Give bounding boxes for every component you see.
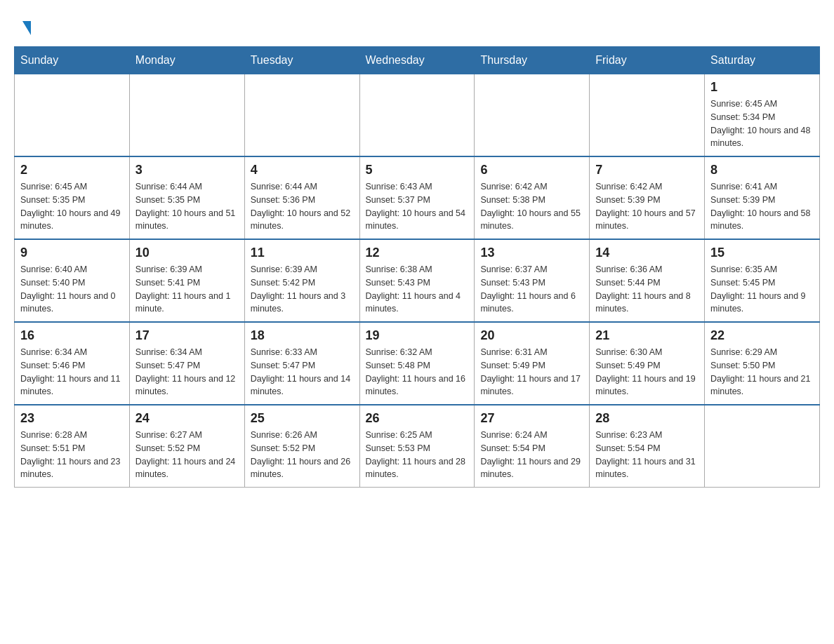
calendar-cell: 28Sunrise: 6:23 AMSunset: 5:54 PMDayligh… (590, 405, 705, 488)
calendar-cell (590, 74, 705, 157)
calendar-cell: 19Sunrise: 6:32 AMSunset: 5:48 PMDayligh… (359, 322, 475, 405)
day-number: 12 (366, 246, 469, 260)
calendar-cell: 17Sunrise: 6:34 AMSunset: 5:47 PMDayligh… (129, 322, 244, 405)
day-info: Sunrise: 6:35 AMSunset: 5:45 PMDaylight:… (710, 263, 814, 316)
day-info: Sunrise: 6:32 AMSunset: 5:48 PMDaylight:… (366, 346, 469, 398)
day-info: Sunrise: 6:34 AMSunset: 5:46 PMDaylight:… (20, 346, 124, 398)
calendar-cell: 23Sunrise: 6:28 AMSunset: 5:51 PMDayligh… (15, 405, 130, 488)
logo-triangle-icon (22, 21, 31, 35)
day-number: 10 (135, 246, 239, 260)
calendar-cell: 27Sunrise: 6:24 AMSunset: 5:54 PMDayligh… (475, 405, 590, 488)
day-number: 15 (710, 246, 814, 260)
day-number: 19 (366, 328, 469, 343)
calendar-cell: 8Sunrise: 6:41 AMSunset: 5:39 PMDaylight… (705, 156, 820, 239)
day-number: 9 (20, 246, 124, 260)
calendar-cell: 5Sunrise: 6:43 AMSunset: 5:37 PMDaylight… (359, 156, 475, 239)
calendar-cell: 22Sunrise: 6:29 AMSunset: 5:50 PMDayligh… (705, 322, 820, 405)
day-info: Sunrise: 6:38 AMSunset: 5:43 PMDaylight:… (366, 263, 469, 316)
calendar-week-row: 1Sunrise: 6:45 AMSunset: 5:34 PMDaylight… (15, 74, 820, 157)
page-header (14, 14, 820, 32)
day-info: Sunrise: 6:44 AMSunset: 5:35 PMDaylight:… (135, 180, 239, 233)
day-of-week-header: Sunday (15, 47, 130, 74)
calendar-cell (359, 74, 475, 157)
calendar-cell (705, 405, 820, 488)
calendar-cell: 6Sunrise: 6:42 AMSunset: 5:38 PMDaylight… (475, 156, 590, 239)
calendar-cell: 2Sunrise: 6:45 AMSunset: 5:35 PMDaylight… (15, 156, 130, 239)
day-of-week-header: Friday (590, 47, 705, 74)
day-info: Sunrise: 6:28 AMSunset: 5:51 PMDaylight:… (20, 429, 124, 481)
day-info: Sunrise: 6:39 AMSunset: 5:42 PMDaylight:… (251, 263, 354, 316)
day-info: Sunrise: 6:33 AMSunset: 5:47 PMDaylight:… (251, 346, 354, 398)
day-info: Sunrise: 6:42 AMSunset: 5:39 PMDaylight:… (595, 180, 699, 233)
day-number: 23 (20, 411, 124, 426)
day-info: Sunrise: 6:45 AMSunset: 5:34 PMDaylight:… (710, 98, 814, 150)
calendar-cell: 14Sunrise: 6:36 AMSunset: 5:44 PMDayligh… (590, 239, 705, 322)
day-of-week-header: Monday (129, 47, 244, 74)
calendar-cell (129, 74, 244, 157)
calendar-header-row: SundayMondayTuesdayWednesdayThursdayFrid… (15, 47, 820, 74)
calendar-cell: 18Sunrise: 6:33 AMSunset: 5:47 PMDayligh… (244, 322, 359, 405)
day-info: Sunrise: 6:31 AMSunset: 5:49 PMDaylight:… (480, 346, 583, 398)
day-info: Sunrise: 6:29 AMSunset: 5:50 PMDaylight:… (710, 346, 814, 398)
day-number: 2 (20, 163, 124, 177)
day-info: Sunrise: 6:23 AMSunset: 5:54 PMDaylight:… (595, 429, 699, 481)
day-number: 5 (366, 163, 469, 177)
day-info: Sunrise: 6:37 AMSunset: 5:43 PMDaylight:… (480, 263, 583, 316)
day-info: Sunrise: 6:43 AMSunset: 5:37 PMDaylight:… (366, 180, 469, 233)
day-number: 24 (135, 411, 239, 426)
day-number: 25 (251, 411, 354, 426)
day-of-week-header: Tuesday (244, 47, 359, 74)
day-of-week-header: Thursday (475, 47, 590, 74)
calendar-cell (475, 74, 590, 157)
day-number: 1 (710, 80, 814, 95)
day-info: Sunrise: 6:25 AMSunset: 5:53 PMDaylight:… (366, 429, 469, 481)
calendar-cell: 3Sunrise: 6:44 AMSunset: 5:35 PMDaylight… (129, 156, 244, 239)
calendar-cell: 11Sunrise: 6:39 AMSunset: 5:42 PMDayligh… (244, 239, 359, 322)
day-info: Sunrise: 6:45 AMSunset: 5:35 PMDaylight:… (20, 180, 124, 233)
day-number: 16 (20, 328, 124, 343)
calendar-cell: 13Sunrise: 6:37 AMSunset: 5:43 PMDayligh… (475, 239, 590, 322)
day-number: 22 (710, 328, 814, 343)
day-number: 14 (595, 246, 699, 260)
day-number: 4 (251, 163, 354, 177)
day-number: 21 (595, 328, 699, 343)
calendar-cell: 7Sunrise: 6:42 AMSunset: 5:39 PMDaylight… (590, 156, 705, 239)
calendar-cell (244, 74, 359, 157)
day-number: 13 (480, 246, 583, 260)
calendar-week-row: 9Sunrise: 6:40 AMSunset: 5:40 PMDaylight… (15, 239, 820, 322)
calendar-cell: 26Sunrise: 6:25 AMSunset: 5:53 PMDayligh… (359, 405, 475, 488)
day-info: Sunrise: 6:44 AMSunset: 5:36 PMDaylight:… (251, 180, 354, 233)
calendar-cell: 25Sunrise: 6:26 AMSunset: 5:52 PMDayligh… (244, 405, 359, 488)
logo (21, 21, 31, 32)
calendar-week-row: 23Sunrise: 6:28 AMSunset: 5:51 PMDayligh… (15, 405, 820, 488)
day-info: Sunrise: 6:26 AMSunset: 5:52 PMDaylight:… (251, 429, 354, 481)
day-info: Sunrise: 6:27 AMSunset: 5:52 PMDaylight:… (135, 429, 239, 481)
day-number: 27 (480, 411, 583, 426)
day-of-week-header: Wednesday (359, 47, 475, 74)
day-number: 17 (135, 328, 239, 343)
day-info: Sunrise: 6:30 AMSunset: 5:49 PMDaylight:… (595, 346, 699, 398)
calendar-cell: 16Sunrise: 6:34 AMSunset: 5:46 PMDayligh… (15, 322, 130, 405)
calendar-cell: 15Sunrise: 6:35 AMSunset: 5:45 PMDayligh… (705, 239, 820, 322)
calendar-cell: 10Sunrise: 6:39 AMSunset: 5:41 PMDayligh… (129, 239, 244, 322)
day-number: 3 (135, 163, 239, 177)
calendar-cell: 24Sunrise: 6:27 AMSunset: 5:52 PMDayligh… (129, 405, 244, 488)
day-info: Sunrise: 6:36 AMSunset: 5:44 PMDaylight:… (595, 263, 699, 316)
calendar-table: SundayMondayTuesdayWednesdayThursdayFrid… (14, 46, 820, 488)
calendar-week-row: 2Sunrise: 6:45 AMSunset: 5:35 PMDaylight… (15, 156, 820, 239)
day-number: 6 (480, 163, 583, 177)
day-number: 8 (710, 163, 814, 177)
day-number: 18 (251, 328, 354, 343)
day-number: 7 (595, 163, 699, 177)
calendar-cell: 1Sunrise: 6:45 AMSunset: 5:34 PMDaylight… (705, 74, 820, 157)
day-info: Sunrise: 6:34 AMSunset: 5:47 PMDaylight:… (135, 346, 239, 398)
day-of-week-header: Saturday (705, 47, 820, 74)
day-number: 11 (251, 246, 354, 260)
calendar-cell (15, 74, 130, 157)
calendar-cell: 21Sunrise: 6:30 AMSunset: 5:49 PMDayligh… (590, 322, 705, 405)
calendar-cell: 4Sunrise: 6:44 AMSunset: 5:36 PMDaylight… (244, 156, 359, 239)
day-info: Sunrise: 6:40 AMSunset: 5:40 PMDaylight:… (20, 263, 124, 316)
day-info: Sunrise: 6:41 AMSunset: 5:39 PMDaylight:… (710, 180, 814, 233)
calendar-cell: 20Sunrise: 6:31 AMSunset: 5:49 PMDayligh… (475, 322, 590, 405)
day-number: 20 (480, 328, 583, 343)
